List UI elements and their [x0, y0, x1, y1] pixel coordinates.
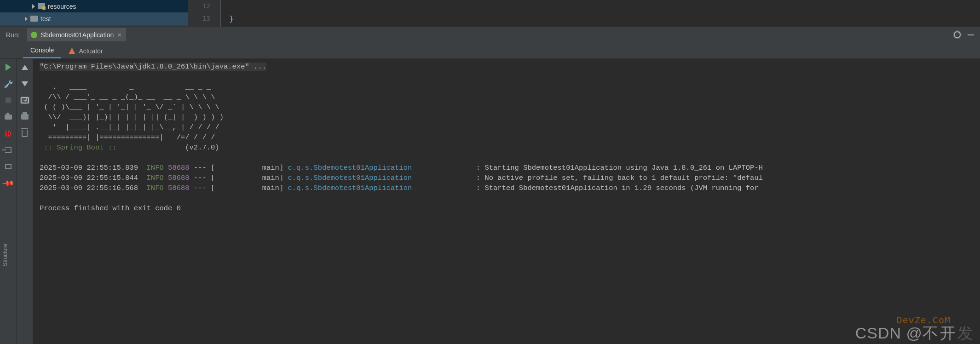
spring-boot-icon [31, 32, 37, 38]
stop-button[interactable] [4, 96, 13, 105]
print-icon [21, 114, 29, 120]
soft-wrap-icon [21, 97, 29, 103]
gear-icon [954, 31, 961, 38]
run-config-name: Sbdemotest01Application [41, 31, 114, 39]
chevron-right-icon [25, 17, 28, 21]
editor-area[interactable]: } [221, 0, 980, 27]
tree-label: test [40, 15, 51, 23]
tree-item-resources[interactable]: resources [0, 0, 188, 12]
run-config-tab[interactable]: Sbdemotest01Application × [27, 28, 127, 41]
trash-icon [22, 130, 28, 137]
scroll-up-button[interactable] [20, 63, 29, 72]
rerun-button[interactable] [4, 63, 13, 72]
pin-icon: 📌 [1, 176, 15, 190]
minimize-icon [968, 34, 974, 35]
run-toolwindow-header: Run: Sbdemotest01Application × [0, 27, 980, 43]
scroll-down-button[interactable] [20, 79, 29, 88]
attach-debugger-button[interactable]: 🐞 [4, 129, 13, 138]
play-icon [6, 63, 11, 71]
layout-icon [5, 164, 12, 169]
camera-icon [5, 115, 12, 120]
folder-icon [38, 3, 45, 9]
watermark-text: CSDN @不 [855, 323, 939, 344]
soft-wrap-button[interactable] [20, 96, 29, 105]
bug-icon: 🐞 [4, 129, 12, 138]
tab-console[interactable]: Console [23, 43, 61, 58]
actuator-icon [69, 48, 75, 54]
layout-button[interactable] [4, 162, 13, 171]
tab-label: Console [30, 46, 54, 54]
line-number: 13 [188, 12, 210, 25]
folder-icon [30, 16, 38, 22]
tree-label: resources [48, 3, 76, 10]
pin-button[interactable]: 📌 [4, 178, 13, 188]
stop-icon [6, 97, 11, 103]
wrench-icon: 🔧 [4, 79, 12, 88]
code-line: } [229, 12, 980, 25]
exit-button[interactable] [4, 145, 13, 155]
clear-all-button[interactable] [20, 129, 29, 138]
run-label: Run: [6, 31, 20, 39]
console-left-rail [17, 59, 33, 344]
dump-threads-button[interactable] [4, 112, 13, 121]
watermark-site: DevZe.CoM [897, 315, 951, 326]
console-output[interactable]: "C:\Program Files\Java\jdk1.8.0_261\bin\… [33, 59, 980, 344]
exit-icon [5, 147, 12, 153]
run-sub-tabs: Console Actuator [0, 43, 980, 59]
arrow-down-icon [22, 81, 28, 86]
close-icon[interactable]: × [117, 31, 121, 39]
code-line [229, 0, 980, 12]
editor-gutter: 12 13 [188, 0, 221, 27]
tab-label: Actuator [79, 47, 103, 55]
run-body: 🔧 🐞 📌 "C:\Program Files\Java\jdk1.8.0_26… [0, 59, 980, 344]
structure-toolwindow-tab[interactable]: Structure [0, 239, 10, 271]
arrow-up-icon [22, 65, 28, 70]
chevron-right-icon [32, 4, 35, 9]
watermark-text2: 开 [940, 323, 956, 344]
line-number: 12 [188, 0, 210, 12]
watermark: DevZe.CoM CSDN @不 开 发 [855, 323, 974, 344]
settings-button[interactable] [951, 29, 963, 40]
tab-actuator[interactable]: Actuator [61, 43, 110, 58]
watermark-text3: 发 [957, 323, 974, 344]
hide-button[interactable] [965, 29, 976, 40]
run-left-rail: 🔧 🐞 📌 [0, 59, 17, 344]
project-tree: resources test 12 13 } [0, 0, 980, 27]
modify-run-button[interactable]: 🔧 [4, 79, 13, 88]
tree-item-test[interactable]: test [0, 12, 188, 25]
print-button[interactable] [20, 112, 29, 121]
